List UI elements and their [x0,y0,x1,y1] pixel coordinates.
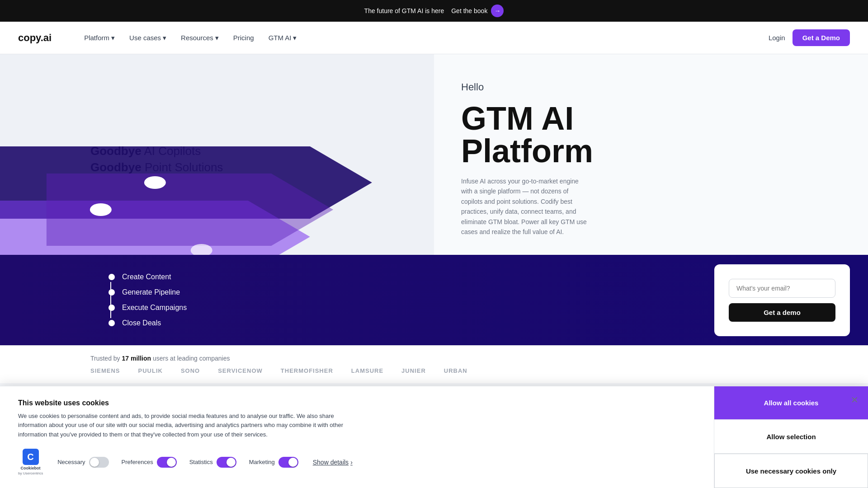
announcement-text: The future of GTM AI is here [364,7,444,14]
login-link[interactable]: Login [769,34,785,42]
email-input[interactable] [729,279,835,298]
hero-right: Hello GTM AI Platform Infuse AI across y… [434,54,868,255]
arrow-graphic [0,110,434,255]
pipeline-step-0: Create Content [108,273,687,281]
logo-servicenow: servicenow [218,367,263,374]
logo-siemens: SIEMENS [90,367,120,374]
step-dot-0 [108,274,115,280]
email-form-panel: Get a demo [714,264,850,336]
logo[interactable]: copy.ai [18,32,52,44]
demo-submit-button[interactable]: Get a demo [729,303,835,322]
nav-link-usecases[interactable]: Use cases ▾ [124,30,172,46]
hero-section: Goodbye AI Copilots Goodbye Point Soluti… [0,54,868,255]
pipeline-step-2: Execute Campaigns [108,304,687,312]
logo-lamsure: Lamsure [351,367,383,374]
logo-junier: junier [401,367,426,374]
nav-link-pricing[interactable]: Pricing [228,30,259,45]
nav-link-resources[interactable]: Resources ▾ [175,30,224,46]
logo-thermofisher: ThermoFisher [281,367,333,374]
hello-label: Hello [461,81,841,93]
chevron-down-icon: ▾ [111,34,115,42]
pipeline-banner: Create Content Generate Pipeline Execute… [0,255,868,345]
pipeline-step-1: Generate Pipeline [108,288,687,296]
main-nav: copy.ai Platform ▾ Use cases ▾ Resources… [0,22,868,54]
trusted-bar: Trusted by 17 million users at leading c… [0,345,868,383]
svg-point-3 [144,176,166,189]
step-dot-1 [108,289,115,296]
hero-title: GTM AI Platform [461,102,841,167]
chevron-down-icon: ▾ [293,34,297,42]
hero-description: Infuse AI across your go-to-market engin… [461,176,588,237]
svg-point-4 [90,203,112,216]
logo-urban: URBAN [444,367,467,374]
nav-actions: Login Get a Demo [769,29,850,46]
logos-row: SIEMENS Puulik SONO servicenow ThermoFis… [90,367,778,374]
step-dot-3 [108,320,115,326]
announcement-cta[interactable]: Get the book → [451,5,504,17]
nav-link-gtmai[interactable]: GTM AI ▾ [263,30,302,46]
chevron-down-icon: ▾ [163,34,166,42]
step-connector-line [110,282,111,318]
announcement-cta-text: Get the book [451,7,487,14]
announcement-arrow-icon: → [491,5,504,17]
logo-puulik: Puulik [138,367,163,374]
chevron-down-icon: ▾ [215,34,219,42]
pipeline-steps: Create Content Generate Pipeline Execute… [0,255,714,345]
get-demo-button[interactable]: Get a Demo [793,29,850,46]
nav-link-platform[interactable]: Platform ▾ [79,30,120,46]
nav-links: Platform ▾ Use cases ▾ Resources ▾ Prici… [79,30,750,46]
hero-left: Goodbye AI Copilots Goodbye Point Soluti… [0,54,434,255]
logo-sono: SONO [181,367,200,374]
announcement-bar: The future of GTM AI is here Get the boo… [0,0,868,22]
step-dot-2 [108,305,115,311]
pipeline-step-3: Close Deals [108,319,687,327]
